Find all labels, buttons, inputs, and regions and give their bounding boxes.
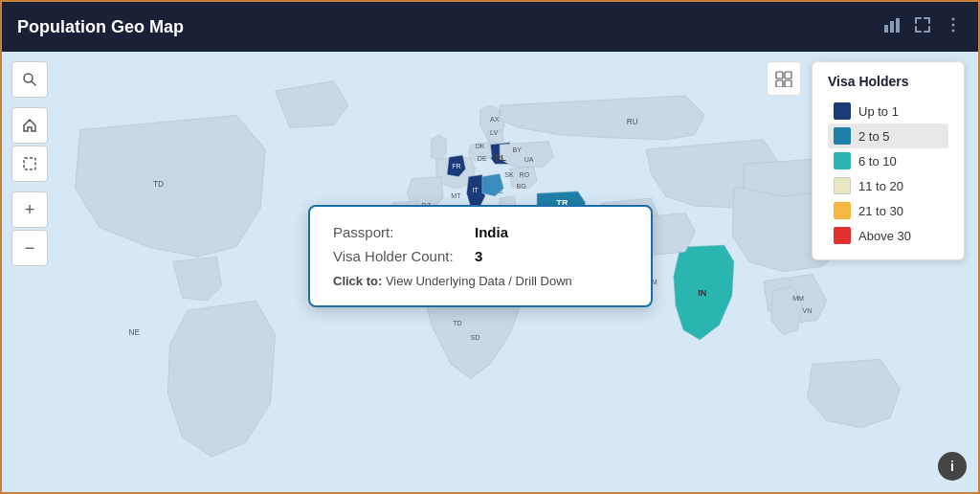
svg-text:PL: PL — [495, 153, 506, 163]
country-tooltip: Passport: India Visa Holder Count: 3 Cli… — [308, 205, 653, 307]
search-button[interactable] — [11, 61, 48, 98]
expand-icon[interactable] — [913, 15, 932, 39]
legend-color-21-to-30 — [834, 202, 851, 219]
tooltip-count-value: 3 — [475, 248, 482, 264]
svg-text:IN: IN — [698, 288, 706, 298]
svg-rect-52 — [785, 80, 791, 87]
tooltip-passport-value: India — [475, 224, 508, 240]
legend-label-above-30: Above 30 — [858, 229, 911, 243]
svg-text:BG: BG — [517, 183, 527, 191]
svg-text:SK: SK — [504, 171, 514, 179]
svg-point-5 — [952, 29, 955, 32]
legend-label-21-to-30: 21 to 30 — [858, 204, 903, 218]
svg-text:MT: MT — [451, 192, 461, 200]
svg-text:FR: FR — [452, 163, 460, 170]
svg-text:AX: AX — [490, 116, 500, 124]
zoom-out-button[interactable]: − — [11, 230, 48, 266]
tooltip-passport-row: Passport: India — [333, 224, 628, 240]
legend-item-11-to-20[interactable]: 11 to 20 — [828, 173, 948, 198]
legend-label-2-to-5: 2 to 5 — [858, 129, 890, 144]
svg-rect-0 — [884, 25, 888, 33]
svg-text:UA: UA — [524, 156, 534, 164]
svg-rect-51 — [776, 80, 783, 87]
svg-rect-2 — [896, 18, 900, 33]
legend-label-11-to-20: 11 to 20 — [858, 179, 903, 193]
zoom-in-button[interactable]: + — [11, 191, 48, 228]
legend-item-above-30[interactable]: Above 30 — [828, 223, 948, 248]
legend-item-6-to-10[interactable]: 6 to 10 — [828, 148, 948, 173]
legend-color-11-to-20 — [834, 177, 851, 194]
info-button[interactable]: i — [938, 452, 967, 481]
svg-text:DK: DK — [476, 143, 485, 150]
legend-label-6-to-10: 6 to 10 — [858, 154, 897, 168]
svg-text:TD: TD — [153, 180, 164, 189]
svg-text:RO: RO — [520, 171, 530, 179]
left-toolbar: + − — [11, 61, 48, 266]
legend-item-21-to-30[interactable]: 21 to 30 — [828, 198, 948, 223]
tooltip-click-prefix: Click to: — [333, 274, 382, 288]
legend-color-6-to-10 — [834, 152, 851, 169]
svg-rect-50 — [785, 72, 791, 79]
svg-rect-49 — [776, 72, 783, 79]
app-container: Population Geo Map — [0, 0, 980, 494]
legend: Visa Holders Up to 1 2 to 5 6 to 10 11 t… — [812, 61, 965, 260]
svg-text:BY: BY — [512, 146, 522, 154]
legend-item-up-to-1[interactable]: Up to 1 — [828, 99, 948, 124]
legend-color-above-30 — [834, 227, 851, 244]
svg-rect-1 — [890, 21, 894, 33]
legend-item-2-to-5[interactable]: 2 to 5 — [828, 124, 948, 148]
svg-text:TD: TD — [453, 320, 462, 327]
legend-color-up-to-1 — [834, 102, 851, 120]
header-icons — [882, 15, 963, 39]
legend-label-up-to-1: Up to 1 — [858, 104, 899, 119]
header: Population Geo Map — [2, 2, 978, 52]
svg-rect-48 — [24, 158, 35, 169]
svg-text:IT: IT — [473, 187, 479, 194]
home-button[interactable] — [11, 107, 48, 144]
legend-color-2-to-5 — [834, 127, 851, 145]
more-options-icon[interactable] — [944, 15, 963, 39]
tooltip-passport-label: Passport: — [333, 224, 467, 240]
page-title: Population Geo Map — [17, 17, 184, 37]
tooltip-click-text: View Underlying Data / Drill Down — [386, 274, 572, 288]
bar-chart-icon[interactable] — [882, 15, 902, 39]
svg-text:NE: NE — [129, 328, 141, 337]
svg-text:VN: VN — [802, 307, 812, 315]
svg-text:SD: SD — [471, 334, 480, 342]
svg-text:LV: LV — [490, 129, 498, 137]
svg-text:MM: MM — [792, 295, 804, 303]
legend-toggle-button[interactable] — [767, 61, 801, 96]
tooltip-count-label: Visa Holder Count: — [333, 248, 467, 264]
svg-text:RU: RU — [627, 118, 638, 126]
map-container[interactable]: PL TR IN IT MT GR CY SY LY JO KW EG SA Q… — [2, 52, 978, 492]
svg-point-4 — [952, 23, 955, 26]
tooltip-click-action[interactable]: Click to: View Underlying Data / Drill D… — [333, 274, 628, 288]
svg-text:DE: DE — [478, 155, 487, 163]
tooltip-count-row: Visa Holder Count: 3 — [333, 248, 628, 264]
crop-button[interactable] — [11, 146, 48, 182]
legend-title: Visa Holders — [828, 74, 948, 89]
svg-point-3 — [952, 17, 955, 20]
